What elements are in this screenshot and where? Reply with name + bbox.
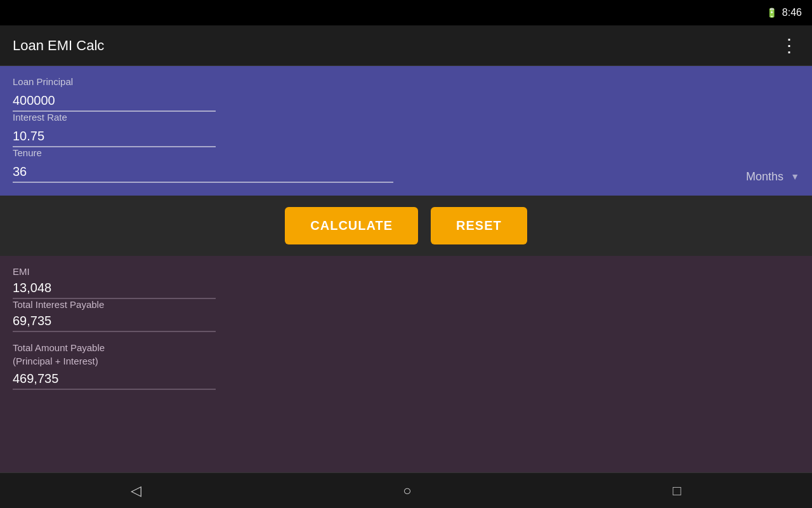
tenure-label: Tenure: [13, 147, 799, 158]
battery-icon: 🔋: [766, 8, 777, 18]
total-interest-value: 69,735: [13, 314, 216, 332]
calculate-button[interactable]: CALCULATE: [285, 207, 418, 244]
tenure-unit-select-wrapper: Months Years: [746, 170, 799, 183]
reset-button[interactable]: RESET: [431, 207, 527, 244]
input-section: Loan Principal Interest Rate Tenure Mont…: [0, 66, 812, 196]
total-amount-field: Total Amount Payable (Principal + Intere…: [13, 341, 799, 390]
emi-field: EMI 13,048: [13, 266, 799, 299]
main-content: Loan Principal Interest Rate Tenure Mont…: [0, 66, 812, 472]
home-button[interactable]: ○: [390, 478, 424, 504]
interest-rate-label: Interest Rate: [13, 112, 799, 123]
loan-principal-label: Loan Principal: [13, 76, 799, 87]
total-interest-field: Total Interest Payable 69,735: [13, 299, 799, 332]
tenure-left: [13, 162, 746, 183]
nav-bar: ◁ ○ □: [0, 472, 812, 508]
emi-label: EMI: [13, 266, 799, 277]
tenure-unit-select[interactable]: Months Years: [746, 170, 799, 183]
total-interest-label: Total Interest Payable: [13, 299, 799, 310]
back-button[interactable]: ◁: [118, 478, 154, 504]
status-time: 8:46: [782, 7, 802, 18]
tenure-row: Months Years: [13, 162, 799, 183]
interest-rate-field: Interest Rate: [13, 112, 799, 147]
status-bar-icons: 🔋 8:46: [766, 7, 802, 18]
total-amount-value: 469,735: [13, 371, 216, 390]
more-options-button[interactable]: ⋮: [780, 35, 799, 56]
loan-principal-field: Loan Principal: [13, 76, 799, 112]
app-bar: Loan EMI Calc ⋮: [0, 25, 812, 66]
status-bar: 🔋 8:46: [0, 0, 812, 25]
buttons-area: CALCULATE RESET: [0, 196, 812, 256]
tenure-field: Tenure Months Years: [13, 147, 799, 183]
recents-button[interactable]: □: [660, 478, 694, 504]
emi-value: 13,048: [13, 281, 216, 299]
interest-rate-input[interactable]: [13, 126, 216, 147]
app-title: Loan EMI Calc: [13, 37, 104, 54]
results-section: EMI 13,048 Total Interest Payable 69,735…: [0, 256, 812, 472]
tenure-input[interactable]: [13, 162, 393, 183]
loan-principal-input[interactable]: [13, 91, 216, 112]
total-amount-label: Total Amount Payable (Principal + Intere…: [13, 341, 799, 368]
